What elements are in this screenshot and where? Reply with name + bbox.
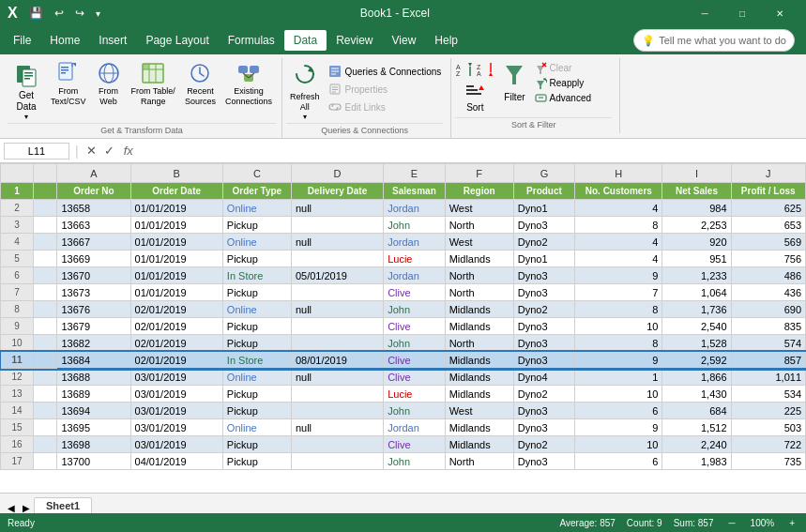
table-cell[interactable]: Clive <box>384 318 446 335</box>
table-cell[interactable]: 1,528 <box>662 335 731 352</box>
table-row[interactable]: 61367001/01/2019In Store05/01/2019Jordan… <box>1 267 806 284</box>
save-icon[interactable]: 💾 <box>25 5 47 22</box>
table-cell[interactable]: 03/01/2019 <box>130 436 222 453</box>
menu-insert[interactable]: Insert <box>89 30 136 51</box>
table-cell[interactable]: 03/01/2019 <box>130 386 222 403</box>
table-cell[interactable]: 10 <box>575 436 662 453</box>
table-cell[interactable]: 735 <box>731 453 806 470</box>
table-cell[interactable]: 13698 <box>57 436 130 453</box>
table-cell[interactable]: Clive <box>384 369 446 386</box>
menu-help[interactable]: Help <box>425 30 467 51</box>
table-cell[interactable]: 1,011 <box>731 369 806 386</box>
table-cell[interactable]: 01/01/2019 <box>130 200 222 217</box>
table-cell[interactable]: Clive <box>384 352 446 369</box>
table-cell[interactable]: 690 <box>731 301 806 318</box>
table-cell[interactable]: 02/01/2019 <box>130 335 222 352</box>
table-cell[interactable]: Dyno3 <box>513 318 575 335</box>
table-cell[interactable]: John <box>384 217 446 234</box>
row-select-4[interactable] <box>34 234 57 251</box>
table-cell[interactable]: 534 <box>731 386 806 403</box>
table-cell[interactable]: John <box>384 335 446 352</box>
table-row[interactable]: 41366701/01/2019OnlinenullJordanWestDyno… <box>1 234 806 251</box>
table-cell[interactable]: Pickup <box>222 217 291 234</box>
header-order-no[interactable]: Order No <box>57 183 130 200</box>
table-cell[interactable]: North <box>445 217 513 234</box>
table-cell[interactable]: Dyno2 <box>513 386 575 403</box>
row-select-9[interactable] <box>34 318 57 335</box>
header-order-date[interactable]: Order Date <box>130 183 222 200</box>
header-salesman[interactable]: Salesman <box>384 183 446 200</box>
table-cell[interactable]: Pickup <box>222 318 291 335</box>
table-cell[interactable]: John <box>384 403 446 419</box>
table-cell[interactable]: Pickup <box>222 453 291 470</box>
table-cell[interactable]: 01/01/2019 <box>130 217 222 234</box>
table-cell[interactable]: Online <box>222 419 291 436</box>
table-cell[interactable]: 13658 <box>57 200 130 217</box>
table-cell[interactable]: 1,064 <box>662 284 731 301</box>
table-cell[interactable]: Pickup <box>222 403 291 419</box>
table-cell[interactable]: Dyno4 <box>513 369 575 386</box>
table-cell[interactable]: 13694 <box>57 403 130 419</box>
row-select-11[interactable] <box>34 352 57 369</box>
table-cell[interactable]: 9 <box>575 267 662 284</box>
table-cell[interactable]: Jordan <box>384 234 446 251</box>
row-select-2[interactable] <box>34 200 57 217</box>
from-web-button[interactable]: FromWeb <box>92 58 126 109</box>
table-cell[interactable]: John <box>384 301 446 318</box>
customize-icon[interactable]: ▾ <box>92 7 104 21</box>
table-cell[interactable]: Dyno2 <box>513 301 575 318</box>
table-cell[interactable]: 13695 <box>57 419 130 436</box>
table-cell[interactable]: 857 <box>731 352 806 369</box>
table-cell[interactable]: 920 <box>662 234 731 251</box>
table-cell[interactable]: 13667 <box>57 234 130 251</box>
tell-me-input[interactable]: 💡 Tell me what you want to do <box>633 29 795 52</box>
header-order-type[interactable]: Order Type <box>222 183 291 200</box>
table-row[interactable]: 81367602/01/2019OnlinenullJohnMidlandsDy… <box>1 301 806 318</box>
row-select-10[interactable] <box>34 335 57 352</box>
header-net-sales[interactable]: Net Sales <box>662 183 731 200</box>
table-cell[interactable]: 10 <box>575 318 662 335</box>
table-cell[interactable]: Midlands <box>445 419 513 436</box>
minimize-button[interactable]: ─ <box>686 0 723 26</box>
table-cell[interactable]: 03/01/2019 <box>130 403 222 419</box>
menu-view[interactable]: View <box>383 30 426 51</box>
table-cell[interactable]: 574 <box>731 335 806 352</box>
from-table-button[interactable]: From Table/Range <box>128 58 179 109</box>
table-row[interactable]: 151369503/01/2019OnlinenullJordanMidland… <box>1 419 806 436</box>
table-cell[interactable]: Pickup <box>222 284 291 301</box>
table-cell[interactable]: 02/01/2019 <box>130 352 222 369</box>
table-cell[interactable]: 13682 <box>57 335 130 352</box>
table-cell[interactable]: West <box>445 403 513 419</box>
table-cell[interactable]: 1 <box>575 369 662 386</box>
redo-icon[interactable]: ↪ <box>71 5 88 22</box>
table-cell[interactable]: 03/01/2019 <box>130 419 222 436</box>
sort-button[interactable]: Sort <box>463 81 487 114</box>
row-select-13[interactable] <box>34 386 57 403</box>
table-cell[interactable]: 13673 <box>57 284 130 301</box>
table-cell[interactable]: Midlands <box>445 352 513 369</box>
menu-file[interactable]: File <box>4 30 40 51</box>
header-product[interactable]: Product <box>513 183 575 200</box>
table-row[interactable]: 161369803/01/2019PickupCliveMidlandsDyno… <box>1 436 806 453</box>
table-cell[interactable]: 1,512 <box>662 419 731 436</box>
table-cell[interactable]: 8 <box>575 335 662 352</box>
undo-icon[interactable]: ↩ <box>51 5 68 22</box>
table-cell[interactable]: Online <box>222 301 291 318</box>
row-select-8[interactable] <box>34 301 57 318</box>
table-cell[interactable]: 4 <box>575 234 662 251</box>
table-cell[interactable]: 8 <box>575 217 662 234</box>
table-cell[interactable]: 7 <box>575 284 662 301</box>
queries-connections-item[interactable]: Queries & Connections <box>327 64 443 79</box>
table-cell[interactable]: Dyno2 <box>513 436 575 453</box>
table-cell[interactable]: 2,240 <box>662 436 731 453</box>
table-cell[interactable]: 2,253 <box>662 217 731 234</box>
table-cell[interactable]: 436 <box>731 284 806 301</box>
row-select-15[interactable] <box>34 419 57 436</box>
from-text-button[interactable]: FromText/CSV <box>47 58 90 109</box>
table-cell[interactable]: Lucie <box>384 386 446 403</box>
table-row[interactable]: 131368903/01/2019PickupLucieMidlandsDyno… <box>1 386 806 403</box>
table-cell[interactable]: 01/01/2019 <box>130 267 222 284</box>
table-row[interactable]: 91367902/01/2019PickupCliveMidlandsDyno3… <box>1 318 806 335</box>
row-select-17[interactable] <box>34 453 57 470</box>
table-cell[interactable]: Midlands <box>445 301 513 318</box>
